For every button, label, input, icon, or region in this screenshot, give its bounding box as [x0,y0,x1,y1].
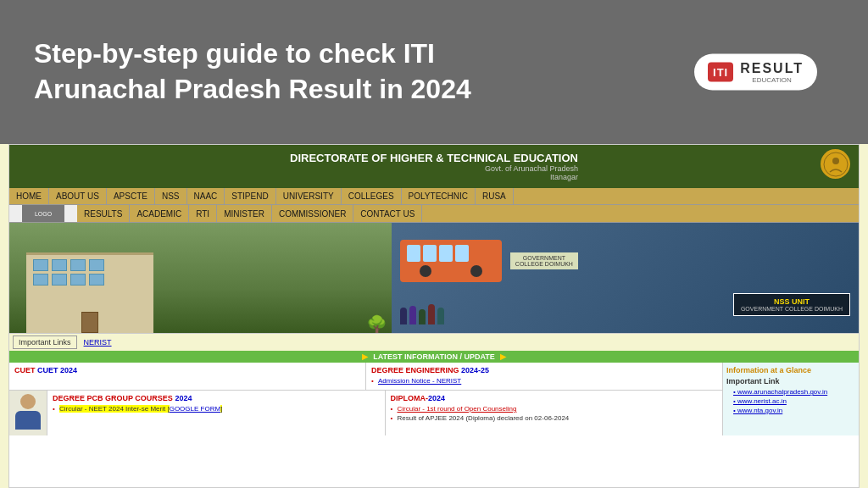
bus-wheels [400,269,502,277]
degree-section: DEGREE PCB GROUP COURSES 2024 Circular -… [9,391,722,435]
nav-naac[interactable]: NAAC [187,188,225,204]
government-banner: GOVERNMENT COLLEGE DOIMUKH [510,252,578,269]
important-links-label: Important Links [13,336,77,349]
degree-eng-title: DEGREE ENGINEERING 2024-25 [371,366,717,374]
emblem-icon [821,149,850,179]
degree-pcb-title: DEGREE PCB GROUP COURSES 2024 [53,394,380,402]
person1 [400,308,407,324]
degree-eng-col: DEGREE ENGINEERING 2024-25 Admission Not… [366,363,722,390]
building-photo: 🌳 [9,223,392,333]
diploma-title: DIPLOMA-2024 [391,394,718,402]
iti-logo-badge: ITI RESULT EDUCATION [694,54,817,91]
avatar-body [15,411,41,430]
site-subtitle1: Govt. of Arunachal Pradesh [290,164,578,173]
nav-logo: LOGO [9,205,77,222]
header-text-block: DIRECTORATE OF HIGHER & TECHNICAL EDUCAT… [290,152,578,181]
window3 [70,259,86,271]
site-subtitle2: Itanagar [290,173,578,181]
bus-win3 [439,245,453,262]
content-sidebar: Information at a Glance Important Link w… [723,363,859,435]
window4 [89,259,104,271]
window1 [33,259,48,271]
iti-icon: ITI [708,63,733,82]
site-header: DIRECTORATE OF HIGHER & TECHNICAL EDUCAT… [9,145,859,188]
nav-nss[interactable]: NSS [155,188,187,204]
window7 [70,274,86,286]
nav-stipend[interactable]: STIPEND [225,188,275,204]
wheel2 [470,265,482,277]
content-grid: CUET CUET 2024 DEGREE ENGINEERING 2024-2… [9,363,859,435]
nav-academic[interactable]: ACADEMIC [130,205,189,222]
nss-unit-label: NSS UNIT [741,297,843,306]
window6 [52,274,67,286]
sidebar-link1[interactable]: www.arunachalpradesh.gov.in [726,388,855,396]
sidebar-link3[interactable]: www.nta.gov.in [726,407,855,414]
nav-home[interactable]: HOME [9,188,49,204]
nav-university[interactable]: UNIVERSITY [276,188,342,204]
person3 [419,309,426,324]
result-logo-text: RESULT [740,61,804,76]
info-row: Important Links NERIST [9,333,859,351]
nav-commissioner[interactable]: COMMISSIONER [272,205,353,222]
site-logo-img: LOGO [22,205,64,222]
site-title: DIRECTORATE OF HIGHER & TECHNICAL EDUCAT… [290,152,578,164]
degree-pcb-item1: Circular - NEET 2024 Inter-se Merit [GOO… [53,405,380,413]
nav-apscte[interactable]: APSCTE [107,188,155,204]
people-group [400,304,444,324]
diploma-item1: Circular - 1st round of Open Counseling [391,405,718,413]
nav-contact[interactable]: CONTACT US [353,205,422,222]
nerist-link[interactable]: NERIST [84,338,112,347]
main-content: DIRECTORATE OF HIGHER & TECHNICAL EDUCAT… [0,144,868,488]
windows-row1 [26,255,153,271]
nav-rti[interactable]: RTI [189,205,217,222]
diploma-col: DIPLOMA-2024 Circular - 1st round of Ope… [386,391,723,435]
content-main: CUET CUET 2024 DEGREE ENGINEERING 2024-2… [9,363,723,435]
sidebar-link2[interactable]: www.nerist.ac.in [726,397,855,405]
nav-bar-secondary: LOGO RESULTS ACADEMIC RTI MINISTER COMMI… [9,205,859,223]
bus-win1 [407,245,420,262]
photo-row: 🌳 [9,223,859,333]
svg-point-1 [832,158,839,164]
diploma-item2: Result of APJEE 2024 (Diploma) declared … [391,414,718,422]
bus-windows [400,240,502,267]
windows-row2 [26,271,153,286]
logo-text-area: RESULT EDUCATION [740,61,804,84]
bus-win2 [423,245,437,262]
person-image-area [9,391,47,435]
website-screenshot: DIRECTORATE OF HIGHER & TECHNICAL EDUCAT… [8,144,860,488]
building-door [81,312,98,333]
latest-info-bar: LATEST INFORMATION / UPDATE [9,351,859,363]
nav-colleges[interactable]: COLLEGES [342,188,402,204]
tree-icon: 🌳 [366,316,387,333]
nav-about[interactable]: ABOUT US [49,188,107,204]
person4 [428,304,435,324]
nav-bar-primary: HOME ABOUT US APSCTE NSS NAAC STIPEND UN… [9,188,859,205]
person5 [437,308,444,324]
cuet-title: CUET CUET 2024 [14,366,360,374]
window2 [52,259,67,271]
bus-win4 [455,245,469,262]
group-photo: GOVERNMENT COLLEGE DOIMUKH NSS UNIT GOVE… [392,223,859,333]
top-banner: Step-by-step guide to check ITI Arunacha… [0,0,868,144]
nav-polytechnic[interactable]: POLYTECHNIC [402,188,476,204]
degree-pcb-col: DEGREE PCB GROUP COURSES 2024 Circular -… [47,391,386,435]
avatar-head [20,394,36,409]
main-heading: Step-by-step guide to check ITI Arunacha… [34,36,542,107]
wheel1 [420,265,431,277]
latest-info-label: LATEST INFORMATION / UPDATE [373,352,495,361]
nav-rusa[interactable]: RUSA [476,188,514,204]
building-main [26,252,153,333]
person-avatar [14,394,43,432]
nss-college-name: GOVERNMENT COLLEGE DOIMUKH [741,306,843,312]
cuet-section: CUET CUET 2024 DEGREE ENGINEERING 2024-2… [9,363,722,391]
degree-eng-item1: Admission Notice - NERIST [371,377,717,385]
sidebar-title: Information at a Glance [726,366,855,374]
nav-results[interactable]: RESULTS [77,205,130,222]
nss-unit-sign: NSS UNIT GOVERNMENT COLLEGE DOIMUKH [733,293,850,316]
sidebar-important-label: Important Link [726,377,855,385]
window5 [33,274,48,286]
cuet-col: CUET CUET 2024 [9,363,366,390]
bus-shape [400,240,502,282]
nav-minister[interactable]: MINISTER [217,205,272,222]
education-sub-text: EDUCATION [740,76,804,84]
